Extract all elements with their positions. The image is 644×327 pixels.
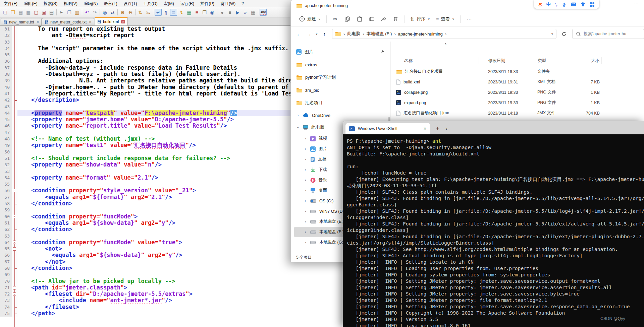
chevron-collapsed-icon[interactable]: › xyxy=(304,189,307,192)
sync-vertical-icon[interactable]: ⇅ xyxy=(137,9,144,16)
menu-item[interactable]: 编辑(E) xyxy=(20,0,41,7)
menu-item[interactable]: 运行(R) xyxy=(177,0,197,7)
view-button[interactable]: ≡ 查看 ∨ xyxy=(433,14,458,24)
fold-collapse-box[interactable] xyxy=(13,189,16,192)
menu-item[interactable]: ? xyxy=(238,0,247,7)
breadcrumb-item[interactable]: apache-jmeter-huiming xyxy=(398,31,443,37)
keyboard-icon[interactable] xyxy=(571,2,576,6)
fold-collapse-box[interactable] xyxy=(13,292,16,296)
grid-icon[interactable] xyxy=(590,2,594,7)
macro-record-icon[interactable]: ● xyxy=(219,9,226,16)
zoom-in-icon[interactable]: ⊕ xyxy=(119,9,126,16)
find-icon[interactable]: ◎ xyxy=(101,9,108,16)
chevron-collapsed-icon[interactable]: › xyxy=(304,230,307,234)
close-tab-icon[interactable]: ✕ xyxy=(37,20,39,24)
menu-item[interactable]: 文件(F) xyxy=(1,0,20,7)
sidebar-item-quick-access[interactable]: extras xyxy=(294,58,388,71)
doc-map-icon[interactable]: ▦ xyxy=(185,9,193,16)
sidebar-item-quick-access[interactable]: python学习计划 xyxy=(294,71,388,84)
sidebar-item-onedrive[interactable]: ›OneDrive xyxy=(294,109,388,121)
punctuation-icon[interactable]: ’, xyxy=(555,2,557,7)
fold-collapse-box[interactable] xyxy=(13,241,16,244)
breadcrumb-item[interactable]: 本地磁盘 (F:) xyxy=(367,31,392,37)
new-button[interactable]: 新建 ∨ xyxy=(296,14,324,24)
new-file-icon[interactable]: ❏ xyxy=(2,9,9,16)
address-dropdown-chevron[interactable]: ∨ xyxy=(551,32,553,36)
close-doc-icon[interactable]: ▢ xyxy=(33,9,40,16)
sogou-logo-icon[interactable]: S xyxy=(539,2,542,7)
macro-stop-icon[interactable]: ■ xyxy=(226,9,233,16)
undo-icon[interactable]: ↶ xyxy=(84,9,91,16)
chevron-expanded-icon[interactable]: › xyxy=(296,126,300,129)
more-options-icon[interactable]: ⋯ xyxy=(634,0,639,5)
rename-button[interactable] xyxy=(366,14,378,24)
close-all-icon[interactable]: ▣ xyxy=(40,9,47,16)
file-row[interactable]: build.xml2023/8/11 19:31XML 文档7 KB xyxy=(394,77,641,87)
menu-item[interactable]: 语言(L) xyxy=(101,0,120,7)
chevron-collapsed-icon[interactable]: › xyxy=(304,168,307,172)
redo-icon[interactable]: ↷ xyxy=(91,9,98,16)
chevron-collapsed-icon[interactable]: › xyxy=(304,199,307,203)
column-header-size[interactable]: 大小 xyxy=(573,57,602,64)
show-symbols-icon[interactable]: ¶ xyxy=(162,9,169,16)
chevron-collapsed-icon[interactable]: › xyxy=(304,137,307,140)
indent-guide-icon[interactable]: ≣ xyxy=(170,9,177,16)
macro-play-icon[interactable]: ▶ xyxy=(234,9,241,16)
fold-collapse-box[interactable] xyxy=(13,247,16,251)
save-icon[interactable]: ▦ xyxy=(17,9,24,16)
paste-icon[interactable]: ▥ xyxy=(73,9,80,16)
file-row[interactable]: expand.png2023/8/11 19:33PNG 文件1 KB xyxy=(394,97,641,108)
skin-icon[interactable] xyxy=(581,2,586,7)
more-commands-button[interactable]: ⋯ xyxy=(463,14,475,24)
document-tab[interactable]: new_name.txt✕ xyxy=(1,18,42,25)
open-folder-icon[interactable]: ❒ xyxy=(9,9,16,16)
column-header-type[interactable]: 类型 xyxy=(528,57,573,64)
chevron-collapsed-icon[interactable]: › xyxy=(304,178,307,182)
chevron-collapsed-icon[interactable]: › xyxy=(304,241,307,244)
file-row[interactable]: 汇名接口自动化项目2023/8/11 19:33文件夹 xyxy=(394,66,641,77)
cut-button[interactable]: ✂ xyxy=(329,14,341,24)
search-input[interactable]: 搜索"apache-jmeter-hu xyxy=(572,29,644,39)
chinese-mode-icon[interactable]: 中 xyxy=(546,1,551,7)
sync-horizontal-icon[interactable]: ⇆ xyxy=(145,9,152,16)
forward-button[interactable]: → xyxy=(304,29,314,39)
menu-item[interactable]: 工具(O) xyxy=(140,0,161,7)
menu-item[interactable]: 设置(T) xyxy=(120,0,140,7)
monitor-icon[interactable]: ◉ xyxy=(209,9,216,16)
new-tab-button[interactable]: + xyxy=(436,126,439,131)
terminal-output[interactable]: PS F:\apache-jmeter-huiming> antANT_OPTS… xyxy=(343,134,644,327)
tab-dropdown-chevron[interactable]: ∨ xyxy=(445,127,447,130)
macro-save-icon[interactable]: ▦ xyxy=(250,9,257,16)
recent-locations-chevron[interactable]: ∨ xyxy=(314,29,319,39)
paste-button[interactable] xyxy=(354,14,366,24)
document-tab[interactable]: build.xml✕ xyxy=(95,17,128,25)
copy-icon[interactable]: ❐ xyxy=(66,9,73,16)
chevron-collapsed-icon[interactable]: › xyxy=(304,157,307,161)
menu-item[interactable]: 搜索(S) xyxy=(41,0,61,7)
document-tab[interactable]: new_meter_code.txt✕ xyxy=(42,18,94,25)
zoom-out-icon[interactable]: ⊖ xyxy=(127,9,134,16)
close-tab-icon[interactable]: ✕ xyxy=(121,20,125,23)
chevron-collapsed-icon[interactable]: › xyxy=(296,114,300,117)
breadcrumb-item[interactable]: 此电脑 xyxy=(347,31,360,37)
copy-button[interactable] xyxy=(341,14,354,24)
cut-icon[interactable]: ✂ xyxy=(58,9,65,16)
print-icon[interactable]: ▤ xyxy=(48,9,55,16)
sidebar-item-quick-access[interactable]: 图片 xyxy=(294,46,388,58)
sidebar-item-quick-access[interactable]: 汇名项目 xyxy=(294,96,388,109)
menu-item[interactable]: 窗口(W) xyxy=(217,0,238,7)
fold-collapse-box[interactable] xyxy=(13,286,16,289)
spell-check-icon[interactable]: ABC xyxy=(260,9,267,16)
sidebar-item-quick-access[interactable]: zm_pic xyxy=(294,84,388,96)
mic-icon[interactable] xyxy=(562,2,567,7)
file-row[interactable]: collapse.png2023/8/11 19:33PNG 文件1 KB xyxy=(394,87,641,97)
share-button[interactable] xyxy=(378,14,390,24)
menu-item[interactable]: 编码(N) xyxy=(80,0,101,7)
menu-item[interactable]: 宏(M) xyxy=(161,0,177,7)
chevron-collapsed-icon[interactable]: › xyxy=(304,209,307,213)
menu-item[interactable]: 视图(V) xyxy=(60,0,80,7)
breadcrumb[interactable]: ›此电脑›本地磁盘 (F:)›apache-jmeter-huiming› ∨ xyxy=(332,29,556,39)
folder-workspace-icon[interactable]: ❒ xyxy=(201,9,208,16)
close-tab-icon[interactable]: ✕ xyxy=(89,20,92,24)
column-header-name[interactable]: 名称 xyxy=(394,58,479,64)
